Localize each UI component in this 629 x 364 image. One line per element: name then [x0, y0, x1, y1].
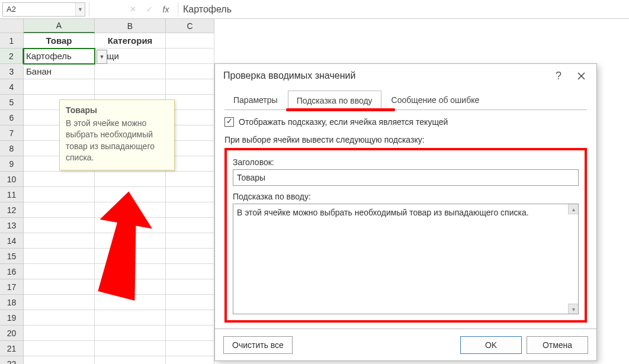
row-head-3[interactable]: 3: [0, 64, 24, 79]
row-head-15[interactable]: 15: [0, 249, 24, 264]
row-head-7[interactable]: 7: [0, 125, 24, 141]
scroll-up-icon[interactable]: ▴: [568, 204, 578, 214]
cell-A14[interactable]: [24, 233, 95, 249]
cell-C20[interactable]: [166, 326, 214, 341]
cell-B13[interactable]: [95, 218, 166, 233]
cell-A16[interactable]: [24, 264, 95, 279]
cell-A4[interactable]: [24, 79, 95, 95]
row-head-4[interactable]: 4: [0, 79, 24, 95]
formula-input[interactable]: Картофель: [178, 2, 629, 17]
row-head-8[interactable]: 8: [0, 141, 24, 156]
row-head-12[interactable]: 12: [0, 202, 24, 218]
cell-A17[interactable]: [24, 279, 95, 295]
cell-A13[interactable]: [24, 218, 95, 233]
cell-A3[interactable]: Банан: [24, 64, 95, 79]
row-head-17[interactable]: 17: [0, 279, 24, 295]
row-head-20[interactable]: 20: [0, 326, 24, 341]
row-head-14[interactable]: 14: [0, 233, 24, 249]
cell-A11[interactable]: [24, 187, 95, 202]
cell-C14[interactable]: [166, 233, 214, 249]
row-head-18[interactable]: 18: [0, 295, 24, 310]
cell-B21[interactable]: [95, 341, 166, 356]
cell-B22[interactable]: [95, 356, 166, 364]
cell-C19[interactable]: [166, 310, 214, 326]
cell-B3[interactable]: [95, 64, 166, 79]
tooltip-title: Товары: [66, 105, 168, 117]
cell-C17[interactable]: [166, 279, 214, 295]
row-head-1[interactable]: 1: [0, 33, 24, 49]
dialog-close-button[interactable]: [573, 69, 589, 83]
cell-B10[interactable]: [95, 172, 166, 187]
row-head-10[interactable]: 10: [0, 172, 24, 187]
scroll-down-icon[interactable]: ▾: [568, 304, 578, 314]
cell-C15[interactable]: [166, 249, 214, 264]
cell-C1[interactable]: [166, 33, 214, 49]
cell-B4[interactable]: [95, 79, 166, 95]
cell-B20[interactable]: [95, 326, 166, 341]
col-head-C[interactable]: C: [166, 19, 214, 33]
cell-B1[interactable]: Категория: [95, 33, 166, 49]
select-all-corner[interactable]: [0, 19, 24, 33]
row-head-16[interactable]: 16: [0, 264, 24, 279]
cell-A1[interactable]: Товар: [24, 33, 95, 49]
col-head-B[interactable]: B: [95, 19, 166, 33]
dialog-title: Проверка вводимых значений: [223, 70, 355, 81]
cell-A18[interactable]: [24, 295, 95, 310]
cell-B11[interactable]: [95, 187, 166, 202]
cell-C12[interactable]: [166, 202, 214, 218]
cell-A12[interactable]: [24, 202, 95, 218]
row-head-22[interactable]: 22: [0, 356, 24, 364]
cell-B19[interactable]: [95, 310, 166, 326]
cell-B16[interactable]: [95, 264, 166, 279]
cell-A22[interactable]: [24, 356, 95, 364]
dialog-help-button[interactable]: ?: [550, 69, 567, 83]
formula-text: Картофель: [183, 4, 232, 15]
cell-B17[interactable]: [95, 279, 166, 295]
cell-C16[interactable]: [166, 264, 214, 279]
cell-A15[interactable]: [24, 249, 95, 264]
row-head-11[interactable]: 11: [0, 187, 24, 202]
row-head-21[interactable]: 21: [0, 341, 24, 356]
cell-C10[interactable]: [166, 172, 214, 187]
message-textarea[interactable]: В этой ячейке можно выбрать необходимый …: [233, 204, 579, 314]
grid-area: A B C 1ТоварКатегория2Картофельвощи3Бана…: [0, 19, 629, 364]
show-message-checkbox[interactable]: [224, 117, 234, 127]
clear-all-button[interactable]: Очистить все: [223, 336, 293, 354]
row-head-5[interactable]: 5: [0, 95, 24, 110]
data-validation-dropdown[interactable]: ▼: [97, 50, 107, 64]
tab-parameters[interactable]: Параметры: [224, 90, 287, 109]
row-head-6[interactable]: 6: [0, 110, 24, 125]
dialog-titlebar: Проверка вводимых значений ?: [215, 64, 596, 88]
cell-B14[interactable]: [95, 233, 166, 249]
cell-C3[interactable]: [166, 64, 214, 79]
tab-input-message[interactable]: Подсказка по вводу: [288, 91, 381, 110]
cell-B18[interactable]: [95, 295, 166, 310]
cell-B12[interactable]: [95, 202, 166, 218]
name-box-dropdown[interactable]: ▼: [75, 3, 85, 16]
row-head-2[interactable]: 2: [0, 49, 24, 64]
ok-button[interactable]: OK: [460, 336, 522, 354]
cell-C13[interactable]: [166, 218, 214, 233]
col-head-A[interactable]: A: [24, 19, 95, 33]
fx-button[interactable]: fx: [158, 2, 174, 17]
cell-C22[interactable]: [166, 356, 214, 364]
name-box[interactable]: A2 ▼: [2, 2, 85, 17]
title-input[interactable]: Товары: [233, 169, 579, 186]
row-head-19[interactable]: 19: [0, 310, 24, 326]
tab-red-underline: [286, 108, 395, 111]
tab-error-alert[interactable]: Сообщение об ошибке: [383, 90, 489, 109]
cancel-button[interactable]: Отмена: [527, 336, 588, 354]
cell-A20[interactable]: [24, 326, 95, 341]
row-head-13[interactable]: 13: [0, 218, 24, 233]
cell-C21[interactable]: [166, 341, 214, 356]
cell-C2[interactable]: [166, 49, 214, 64]
row-head-9[interactable]: 9: [0, 156, 24, 172]
cell-C18[interactable]: [166, 295, 214, 310]
cell-B15[interactable]: [95, 249, 166, 264]
cell-A19[interactable]: [24, 310, 95, 326]
cell-C4[interactable]: [166, 79, 214, 95]
cell-A2[interactable]: Картофель: [24, 49, 95, 64]
cell-C11[interactable]: [166, 187, 214, 202]
cell-A10[interactable]: [24, 172, 95, 187]
cell-A21[interactable]: [24, 341, 95, 356]
